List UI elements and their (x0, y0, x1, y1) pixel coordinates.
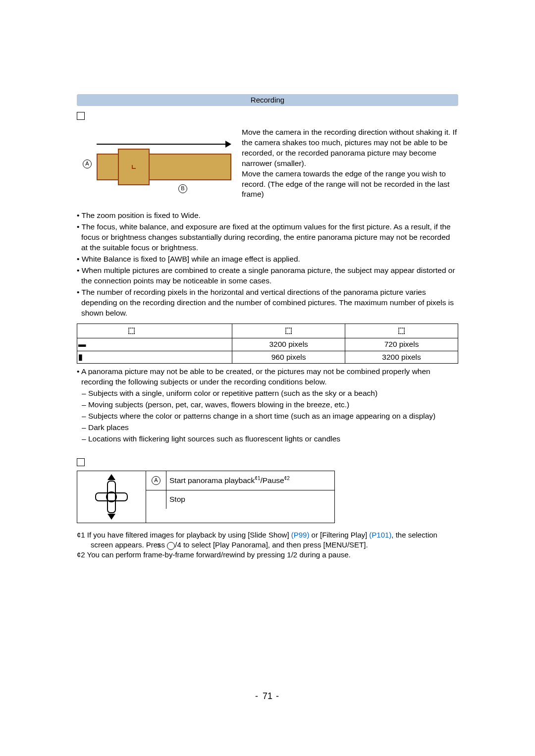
notes-list-2: • A panorama picture may not be able to … (77, 367, 458, 444)
triangle-down-icon (107, 514, 115, 520)
th-direction: ⬚ (77, 324, 232, 338)
tip-paragraph-1: Move the camera in the recording directi… (242, 127, 458, 169)
note-sub: – Dark places (77, 423, 458, 433)
note-item: • The number of recording pixels in the … (77, 287, 458, 319)
note-item: • When multiple pictures are combined to… (77, 266, 458, 286)
note-lead: • A panorama picture may not be able to … (77, 367, 458, 387)
note-item: • The focus, white balance, and exposure… (77, 222, 458, 253)
note-sub: – Subjects with a single, uniform color … (77, 388, 458, 399)
camera-rect-icon (118, 149, 150, 185)
th-horizontal: ⬚ (232, 324, 345, 338)
playback-row: Stop (146, 490, 334, 509)
cell-v: 3200 pixels (345, 351, 458, 364)
section-header: Recording (77, 94, 458, 106)
note-item: • The zoom position is fixed to Wide. (77, 211, 458, 221)
resolution-table: ⬚ ⬚ ⬚ ▬ 3200 pixels 720 pixels ▮ 960 pix… (77, 324, 458, 364)
button-3-icon: 3 (167, 542, 175, 550)
cell-h: 3200 pixels (232, 338, 345, 351)
note-item: • White Balance is fixed to [AWB] while … (77, 254, 458, 265)
page-number: - 71 - (0, 691, 535, 702)
table-row: ▮ 960 pixels 3200 pixels (77, 351, 458, 364)
svg-rect-0 (107, 481, 115, 513)
technique-label: Technique (87, 111, 122, 121)
note-sub: – Subjects where the color or patterns c… (77, 411, 458, 422)
playback-controls-table: A Start panorama playback¢1/Pause¢2 Stop (77, 471, 458, 523)
header-title: Recording (251, 95, 284, 105)
wide-rect-icon (97, 154, 231, 180)
marker-square-icon (77, 458, 85, 466)
link-p99[interactable]: (P99) (291, 531, 310, 539)
circle-a-icon: A (152, 476, 160, 485)
th-vertical: ⬚ (345, 324, 458, 338)
playback-label: Playback (87, 457, 118, 468)
footnote-2: ¢2 You can perform frame-by-frame forwar… (77, 550, 458, 560)
notes-list-1: • The zoom position is fixed to Wide. • … (77, 211, 458, 318)
marker-square-icon (77, 112, 85, 120)
footnotes: ¢1 If you have filtered images for playb… (77, 530, 458, 560)
label-b-icon: B (178, 184, 187, 193)
table-row: ▬ 3200 pixels 720 pixels (77, 338, 458, 351)
playback-action: Start panorama playback¢1/Pause¢2 (166, 471, 334, 490)
playback-row: A Start panorama playback¢1/Pause¢2 (146, 471, 334, 490)
footnote-1: ¢1 If you have filtered images for playb… (77, 530, 458, 550)
direction-arrow-icon (97, 144, 230, 145)
down-cell (146, 490, 166, 509)
section-marker-playback: Playback (77, 457, 458, 468)
section-marker-technique: Technique (77, 111, 458, 121)
playback-action: Stop (166, 490, 334, 509)
triangle-up-icon (107, 474, 115, 480)
note-sub: – Locations with flickering light source… (77, 434, 458, 444)
dpad-icon (94, 480, 129, 514)
tip-text: Move the camera in the recording directi… (242, 121, 458, 200)
link-p101[interactable]: (P101) (369, 531, 391, 539)
panorama-diagram: A B (77, 129, 233, 186)
cell-h: 960 pixels (232, 351, 345, 364)
dpad-cell (77, 471, 146, 523)
label-a-icon: A (83, 160, 92, 168)
svg-rect-1 (96, 493, 127, 501)
horizontal-icon: ▬ (78, 339, 86, 350)
tip-paragraph-2: Move the camera towards the edge of the … (242, 169, 458, 200)
vertical-icon: ▮ (78, 352, 83, 363)
cell-v: 720 pixels (345, 338, 458, 351)
note-sub: – Moving subjects (person, pet, car, wav… (77, 400, 458, 410)
